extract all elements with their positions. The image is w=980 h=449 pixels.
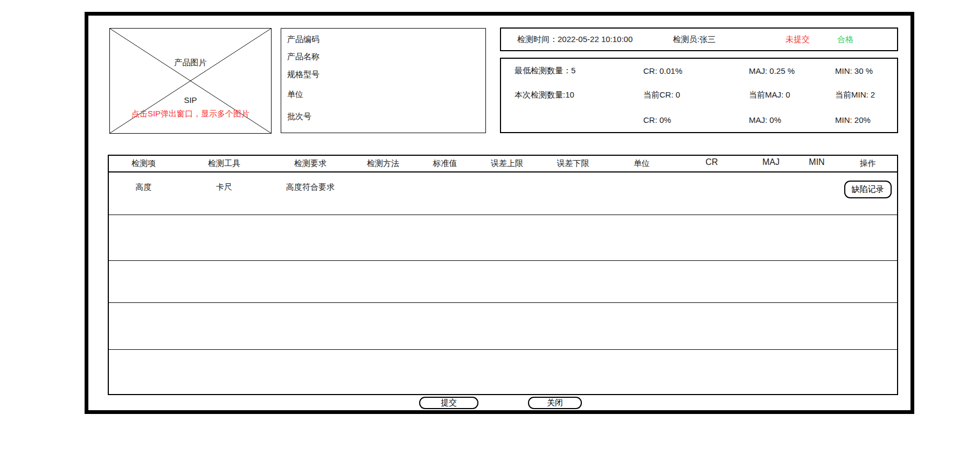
stat-current-qty: 本次检测数量:10 [515,83,643,107]
product-image-label: 产品图片 [110,58,271,68]
stat-current-min: 当前MIN: 2 [835,83,897,107]
stat-min-check-qty: 最低检测数量：5 [515,59,643,83]
stat-current-cr: 当前CR: 0 [643,83,749,107]
col-header-method: 检测方法 [351,155,415,172]
status-unsubmitted: 未提交 [786,29,810,50]
close-button[interactable]: 关闭 [528,397,582,409]
field-label-unit: 单位 [287,89,303,100]
table-row: 高度 卡尺 高度符合要求 缺陷记录 [108,172,898,215]
col-header-action: 操作 [838,155,898,172]
col-header-upper-limit: 误差上限 [475,155,539,172]
field-label-spec-model: 规格型号 [287,69,319,80]
inspection-time: 检测时间：2022-05-22 10:10:00 [517,29,633,50]
cell-requirement: 高度符合要求 [270,172,351,215]
stat-cr-rate: CR: 0% [643,108,749,132]
inspector-name: 检测员:张三 [673,29,715,50]
col-header-min: MIN [795,155,838,172]
table-row-empty [108,302,898,349]
col-header-item: 检测项 [108,155,178,172]
col-header-requirement: 检测要求 [270,155,351,172]
status-qualified: 合格 [837,29,853,50]
submit-button[interactable]: 提交 [419,397,478,409]
stat-maj-limit: MAJ: 0.25 % [749,59,835,83]
col-header-unit: 单位 [607,155,677,172]
product-info-panel: 产品编码 产品名称 规格型号 单位 批次号 [281,28,486,133]
table-row-empty [108,260,898,302]
inspection-header-panel: 检测时间：2022-05-22 10:10:00 检测员:张三 未提交 合格 [500,27,898,51]
col-header-lower-limit: 误差下限 [539,155,607,172]
stat-current-maj: 当前MAJ: 0 [749,83,835,107]
sip-link[interactable]: SIP [110,95,271,105]
cell-item: 高度 [108,172,178,215]
col-header-maj: MAJ [747,155,795,172]
cell-tool: 卡尺 [178,172,270,215]
table-row-empty [108,349,898,395]
cell-action: 缺陷记录 [838,172,898,215]
col-header-standard: 标准值 [415,155,475,172]
product-image-placeholder[interactable]: 产品图片 SIP 点击SIP弹出窗口，显示多个图片 [109,28,272,134]
inspection-window: 产品图片 SIP 点击SIP弹出窗口，显示多个图片 产品编码 产品名称 规格型号… [0,0,980,449]
stat-min-limit: MIN: 30 % [835,59,897,83]
table-row-empty [108,215,898,260]
stat-min-rate: MIN: 20% [835,108,897,132]
stat-cr-limit: CR: 0.01% [643,59,749,83]
stat-blank [515,108,643,132]
defect-record-button[interactable]: 缺陷记录 [844,181,892,198]
col-header-tool: 检测工具 [178,155,270,172]
stat-maj-rate: MAJ: 0% [749,108,835,132]
field-label-batch-number: 批次号 [287,111,311,122]
sip-popup-note: 点击SIP弹出窗口，显示多个图片 [110,109,271,119]
inspection-items-table: 检测项 检测工具 检测要求 检测方法 标准值 误差上限 误差下限 单位 CR M… [108,155,898,395]
col-header-cr: CR [677,155,747,172]
table-header-row: 检测项 检测工具 检测要求 检测方法 标准值 误差上限 误差下限 单位 CR M… [108,155,898,172]
field-label-product-code: 产品编码 [287,34,319,45]
field-label-product-name: 产品名称 [287,51,319,62]
inspection-stats-panel: 最低检测数量：5 CR: 0.01% MAJ: 0.25 % MIN: 30 %… [500,58,898,133]
